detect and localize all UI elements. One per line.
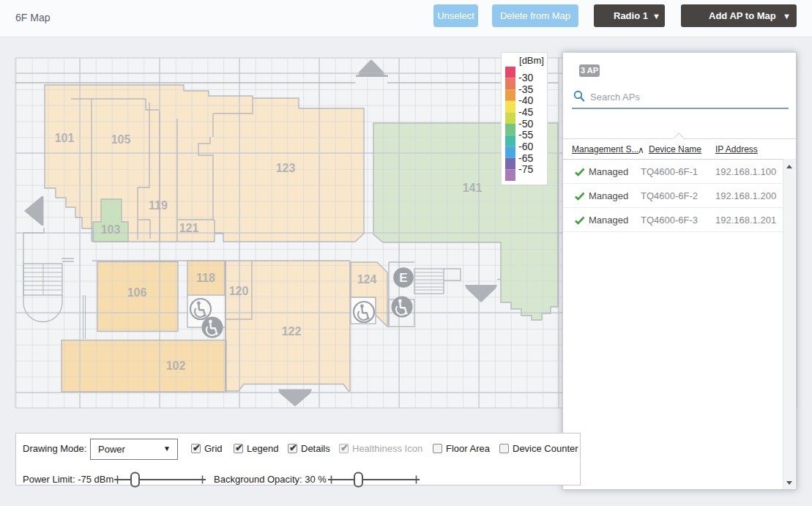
svg-text:122: 122 (282, 325, 302, 338)
svg-text:118: 118 (196, 272, 215, 284)
svg-text:-40: -40 (518, 94, 533, 106)
svg-text:120: 120 (229, 285, 249, 297)
svg-text:-75: -75 (518, 163, 533, 175)
svg-text:-50: -50 (518, 118, 533, 130)
svg-text:103: 103 (101, 223, 121, 236)
svg-text:-35: -35 (518, 83, 533, 95)
svg-text:-65: -65 (518, 152, 533, 164)
svg-text:106: 106 (127, 286, 147, 299)
svg-text:121: 121 (179, 222, 199, 234)
svg-text:-60: -60 (518, 141, 533, 152)
svg-text:102: 102 (166, 360, 186, 372)
svg-text:-45: -45 (518, 106, 533, 118)
svg-text:105: 105 (111, 133, 131, 146)
svg-text:-55: -55 (518, 129, 533, 141)
svg-text:E: E (399, 271, 407, 285)
svg-text:123: 123 (276, 162, 296, 174)
svg-text:-30: -30 (518, 72, 533, 83)
svg-text:124: 124 (357, 273, 377, 286)
svg-text:119: 119 (149, 199, 168, 212)
svg-text:141: 141 (463, 182, 483, 194)
svg-text:101: 101 (55, 132, 75, 144)
